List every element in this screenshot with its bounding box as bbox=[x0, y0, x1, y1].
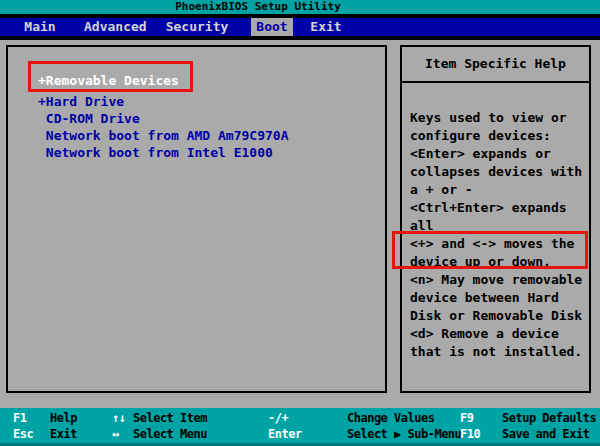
boot-priority-panel: +Removable Devices+Hard Drive CD-ROM Dri… bbox=[6, 45, 387, 393]
legend-description: Select Item bbox=[133, 410, 268, 426]
tab-boot[interactable]: Boot bbox=[251, 18, 293, 36]
help-line: a + or - bbox=[410, 181, 585, 199]
title-bar: PhoenixBIOS Setup Utility bbox=[0, 0, 600, 14]
legend-description: Save and Exit bbox=[502, 426, 600, 442]
boot-item[interactable]: CD-ROM Drive bbox=[38, 110, 385, 127]
help-line: <+> and <-> moves the bbox=[410, 235, 585, 253]
help-line: collapses devices with bbox=[410, 163, 585, 181]
tab-security[interactable]: Security bbox=[164, 18, 230, 36]
help-line: configure devices: bbox=[410, 127, 585, 145]
content-area: +Removable Devices+Hard Drive CD-ROM Dri… bbox=[0, 40, 600, 408]
key-legend-bar: F1Help↑↓Select Item-/+Change ValuesF9Set… bbox=[0, 408, 600, 446]
legend-key: ↑↓ bbox=[112, 410, 133, 426]
key-legend-row: F1Help↑↓Select Item-/+Change ValuesF9Set… bbox=[0, 410, 600, 426]
help-line: <Enter> expands or bbox=[410, 145, 585, 163]
legend-description: Setup Defaults bbox=[502, 410, 600, 426]
boot-item[interactable]: +Hard Drive bbox=[38, 93, 385, 110]
legend-key: F9 bbox=[460, 410, 502, 426]
key-legend-row: EscExit↔Select MenuEnterSelect ▶ Sub-Men… bbox=[0, 426, 600, 442]
boot-item[interactable]: Network boot from AMD Am79C970A bbox=[38, 127, 385, 144]
help-line: device between Hard bbox=[410, 289, 585, 307]
legend-description: Select Menu bbox=[133, 426, 268, 442]
help-line: that is not installed. bbox=[410, 343, 585, 361]
help-line: Disk or Removable Disk bbox=[410, 307, 585, 325]
tab-main[interactable]: Main bbox=[16, 18, 64, 36]
help-panel-body: Keys used to view orconfigure devices:<E… bbox=[402, 83, 589, 361]
legend-description: Select ▶ Sub-Menu bbox=[347, 426, 460, 442]
legend-description: Exit bbox=[50, 426, 112, 442]
help-panel: Item Specific Help Keys used to view orc… bbox=[400, 45, 591, 393]
boot-device-list: +Removable Devices+Hard Drive CD-ROM Dri… bbox=[8, 47, 385, 161]
legend-description: Help bbox=[50, 410, 112, 426]
help-line: <d> Remove a device bbox=[410, 325, 585, 343]
help-line: device up or down. bbox=[410, 253, 585, 271]
tab-exit[interactable]: Exit bbox=[308, 18, 344, 36]
tab-advanced[interactable]: Advanced bbox=[84, 18, 146, 36]
boot-item[interactable]: +Removable Devices bbox=[38, 72, 385, 89]
page-title: PhoenixBIOS Setup Utility bbox=[175, 0, 341, 13]
legend-key: ↔ bbox=[112, 426, 133, 442]
help-line: <Ctrl+Enter> expands bbox=[410, 199, 585, 217]
legend-description: Change Values bbox=[347, 410, 460, 426]
legend-key: -/+ bbox=[268, 410, 347, 426]
help-line: all bbox=[410, 217, 585, 235]
menu-bar: MainAdvancedSecurityBootExit bbox=[0, 18, 600, 36]
boot-item[interactable]: Network boot from Intel E1000 bbox=[38, 144, 385, 161]
legend-key: Enter bbox=[268, 426, 347, 442]
legend-key: F10 bbox=[460, 426, 502, 442]
help-line: Keys used to view or bbox=[410, 109, 585, 127]
help-panel-title: Item Specific Help bbox=[402, 47, 589, 83]
legend-key: Esc bbox=[13, 426, 50, 442]
legend-key: F1 bbox=[13, 410, 50, 426]
help-line: <n> May move removable bbox=[410, 271, 585, 289]
